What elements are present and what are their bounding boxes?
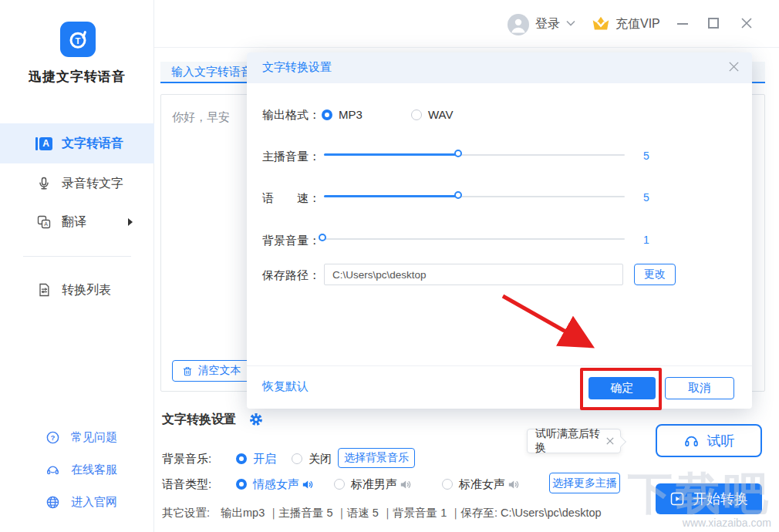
- sidebar-item-label: 翻译: [62, 214, 86, 231]
- settings-section-title: 文字转换设置: [162, 412, 236, 428]
- maximize-icon[interactable]: [708, 18, 719, 29]
- format-mp3-label[interactable]: MP3: [339, 108, 363, 121]
- tooltip-text: 试听满意后转换: [535, 427, 602, 455]
- settings-modal: 文字转换设置 输出格式： MP3 WAV 主播音量： 5 语 速： 5 背景音量…: [247, 52, 752, 409]
- crown-icon: [590, 14, 612, 34]
- headphones-icon: [683, 433, 700, 449]
- svg-text:A: A: [44, 221, 48, 227]
- speed-label: 语 速：: [262, 191, 327, 206]
- format-wav-label[interactable]: WAV: [428, 108, 454, 121]
- watermark-url: www.xiazaiba.com: [628, 517, 771, 529]
- login-button[interactable]: 登录: [535, 16, 560, 32]
- titlebar: 登录 充值VIP: [154, 0, 779, 48]
- question-icon: ?: [45, 430, 60, 445]
- cancel-button[interactable]: 取消: [665, 377, 734, 399]
- sidebar-item-speech-to-text[interactable]: 录音转文字: [0, 163, 154, 204]
- chevron-down-icon[interactable]: [566, 20, 575, 26]
- sidebar-item-faq[interactable]: ? 常见问题: [0, 424, 154, 450]
- bg-volume-value: 1: [643, 234, 649, 246]
- sidebar-item-customer-service[interactable]: 在线客服: [0, 456, 154, 483]
- voice-emotional-female-radio[interactable]: [236, 479, 247, 490]
- trash-icon: [182, 365, 193, 377]
- listen-button[interactable]: 试听: [656, 424, 762, 457]
- voice-type-label: 语音类型:: [162, 477, 211, 492]
- restore-defaults-link[interactable]: 恢复默认: [262, 379, 309, 394]
- voice-emotional-female-label[interactable]: 情感女声: [253, 477, 299, 492]
- format-mp3-radio[interactable]: [322, 109, 332, 120]
- avatar[interactable]: [508, 14, 529, 35]
- anchor-volume-slider[interactable]: [324, 150, 625, 160]
- speed-slider[interactable]: [324, 191, 625, 202]
- sidebar-divider: [23, 256, 131, 257]
- ok-button[interactable]: 确定: [588, 377, 656, 399]
- app-title: 迅捷文字转语音: [0, 68, 154, 86]
- sidebar-item-label: 转换列表: [62, 282, 111, 298]
- modal-footer-divider: [247, 365, 752, 366]
- translate-icon: A: [35, 214, 52, 230]
- modal-close-icon[interactable]: [728, 61, 740, 72]
- tooltip-arrow: [615, 436, 626, 447]
- speaker-icon-gray[interactable]: [399, 478, 412, 491]
- other-settings-value: 输出mp3 ｜主播音量 5 ｜语速 5 ｜背景音量 1 ｜保存至: C:\Use…: [221, 507, 602, 519]
- svg-text:T: T: [76, 36, 81, 45]
- gear-icon[interactable]: [248, 412, 264, 427]
- change-path-button[interactable]: 更改: [634, 264, 676, 285]
- sidebar-item-label: 文字转语音: [62, 136, 123, 152]
- output-format-label: 输出格式：: [262, 108, 327, 123]
- bg-music-off-label[interactable]: 关闭: [309, 452, 332, 466]
- start-convert-button[interactable]: 开始转换: [656, 483, 762, 514]
- text-input-content: 你好，早安: [172, 110, 230, 125]
- bg-music-on-radio[interactable]: [236, 453, 247, 464]
- slider-handle[interactable]: [319, 234, 326, 241]
- close-icon[interactable]: [740, 17, 753, 29]
- modal-header: 文字转换设置: [247, 52, 752, 83]
- choose-bg-music-button[interactable]: 选择背景音乐: [338, 448, 415, 468]
- bg-music-on-label[interactable]: 开启: [253, 452, 276, 466]
- other-settings-label: 其它设置:: [162, 507, 210, 519]
- format-wav-radio[interactable]: [411, 109, 422, 120]
- voice-standard-female-label[interactable]: 标准女声: [459, 477, 505, 492]
- voice-standard-male-label[interactable]: 标准男声: [351, 477, 397, 492]
- app-logo-icon: T: [60, 22, 96, 57]
- bg-music-off-radio[interactable]: [292, 453, 302, 464]
- sidebar-item-translate[interactable]: A 翻译: [0, 202, 154, 242]
- sidebar-item-text-to-speech[interactable]: 文字转语音: [0, 123, 154, 163]
- slider-handle[interactable]: [454, 150, 462, 157]
- slider-handle[interactable]: [454, 191, 462, 199]
- sidebar-item-official-site[interactable]: 进入官网: [0, 489, 154, 515]
- sidebar: T 迅捷文字转语音 文字转语音 录音转文字 A: [0, 0, 154, 532]
- play-icon: [669, 491, 685, 507]
- clear-text-button[interactable]: 清空文本: [172, 360, 251, 382]
- globe-icon: [45, 495, 60, 510]
- voice-standard-female-radio[interactable]: [442, 479, 453, 490]
- anchor-volume-label: 主播音量：: [262, 150, 327, 164]
- speed-value: 5: [643, 191, 649, 204]
- bg-volume-label: 背景音量：: [262, 234, 327, 248]
- voice-standard-male-radio[interactable]: [334, 479, 345, 490]
- save-path-label: 保存路径：: [262, 268, 327, 283]
- other-settings-row: 其它设置:输出mp3 ｜主播音量 5 ｜语速 5 ｜背景音量 1 ｜保存至: C…: [162, 506, 602, 520]
- submenu-caret-icon: [128, 218, 133, 226]
- save-path-input[interactable]: [324, 264, 623, 285]
- conversion-list-icon: [35, 282, 52, 298]
- sidebar-item-conversion-list[interactable]: 转换列表: [0, 270, 154, 310]
- modal-title: 文字转换设置: [262, 60, 332, 75]
- anchor-volume-value: 5: [643, 150, 649, 162]
- speaker-icon-blue[interactable]: [301, 478, 314, 491]
- speaker-icon-gray[interactable]: [507, 478, 520, 491]
- headset-icon: [45, 463, 60, 477]
- recharge-vip-button[interactable]: 充值VIP: [615, 16, 660, 32]
- svg-text:?: ?: [50, 433, 55, 442]
- minimize-icon[interactable]: [677, 23, 688, 25]
- app-window: T 迅捷文字转语音 文字转语音 录音转文字 A: [0, 0, 779, 532]
- sidebar-footer-label: 在线客服: [71, 463, 117, 477]
- bg-music-label: 背景音乐:: [162, 452, 211, 466]
- sidebar-footer-label: 常见问题: [71, 430, 117, 445]
- text-to-speech-icon: [35, 137, 52, 150]
- listen-tooltip: 试听满意后转换: [527, 429, 621, 453]
- sidebar-item-label: 录音转文字: [62, 176, 123, 192]
- more-voices-button[interactable]: 选择更多主播: [549, 473, 620, 493]
- bg-volume-slider[interactable]: [324, 234, 625, 244]
- tooltip-close-icon[interactable]: [606, 437, 614, 445]
- microphone-icon: [35, 176, 52, 191]
